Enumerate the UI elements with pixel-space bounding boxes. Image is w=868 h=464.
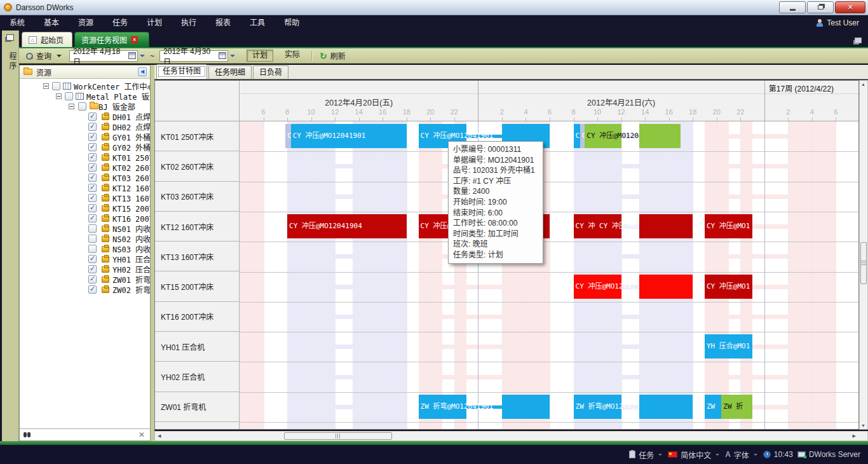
view-tab-日负荷[interactable]: 日负荷 [253, 65, 288, 79]
tree-expander-icon[interactable] [69, 104, 74, 109]
scroll-right-icon[interactable]: ▶ [853, 433, 856, 439]
tree-item[interactable]: GY02 外桶成型机 [20, 142, 150, 152]
task-bar[interactable]: C [574, 124, 580, 148]
dropdown-caret-icon[interactable] [715, 454, 719, 456]
view-tab-任务甘特图[interactable]: 任务甘特图 [156, 64, 207, 79]
task-bar[interactable] [639, 124, 681, 148]
task-bar[interactable]: ZW 折弯@MO12041901 [419, 395, 466, 419]
task-bar[interactable]: CY 冲压@MO1 [705, 214, 752, 238]
status-item-font[interactable]: A字体 [725, 449, 759, 460]
window-list-icon[interactable] [855, 38, 862, 43]
close-button[interactable]: ✕ [835, 1, 865, 13]
tab-home-page[interactable]: ⌂ 起始页 [22, 32, 72, 47]
menu-item-计划[interactable]: 计划 [137, 15, 172, 31]
gantt-horizontal-scrollbar[interactable]: ◀ ▶ [154, 431, 868, 441]
query-button[interactable]: 查询 [36, 50, 51, 61]
program-side-strip[interactable]: 程序 [0, 31, 19, 441]
tree-item[interactable]: NS01 内收口机 [20, 223, 150, 233]
tree-item[interactable]: DH01 点焊机 [20, 111, 150, 121]
tree-item[interactable]: KT16 200T冲床 [20, 213, 150, 223]
tree-item[interactable]: Metal Plate 钣金厂 [20, 91, 150, 101]
tree-checkbox[interactable] [78, 102, 86, 111]
menu-item-报表[interactable]: 报表 [206, 15, 240, 31]
tree-checkbox[interactable] [88, 285, 97, 294]
task-bar[interactable]: C [285, 124, 290, 148]
menu-item-帮助[interactable]: 帮助 [275, 15, 309, 31]
menu-item-资源[interactable]: 资源 [69, 15, 103, 31]
menu-item-执行[interactable]: 执行 [172, 15, 206, 31]
task-bar[interactable] [639, 214, 693, 238]
tree-item[interactable]: DH02 点焊机 [20, 121, 150, 132]
tree-checkbox[interactable] [88, 174, 97, 182]
minimize-button[interactable] [779, 1, 806, 13]
tree-item[interactable]: ZW01 折弯机 [20, 274, 150, 284]
tree-checkbox[interactable] [88, 204, 97, 212]
tree-item[interactable]: KT15 200T冲床 [20, 203, 150, 213]
tab-close-icon[interactable]: ✕ [131, 36, 138, 43]
menu-item-任务[interactable]: 任务 [103, 15, 137, 31]
task-bar[interactable]: ZW 折弯@MO12041901 [574, 395, 621, 419]
tree-item[interactable]: NS02 内收口机 [20, 233, 150, 243]
tree-search-bar[interactable]: ✕ [20, 428, 150, 440]
tree-checkbox[interactable] [88, 153, 97, 161]
calendar-icon[interactable] [219, 52, 226, 59]
tree-checkbox[interactable] [88, 235, 97, 243]
tree-item[interactable]: YH02 压合机 [20, 264, 150, 274]
logged-in-user[interactable]: Test User [816, 15, 859, 31]
tree-item[interactable]: KT02 260T冲床 [20, 162, 150, 172]
tree-item[interactable]: KT12 160T冲床 [20, 182, 150, 193]
tree-checkbox[interactable] [88, 184, 97, 192]
gantt-vertical-scrollbar[interactable]: ▲ ▼ [859, 80, 868, 430]
tree-checkbox[interactable] [88, 224, 97, 233]
collapse-panel-button[interactable]: ◀ [138, 67, 147, 76]
restore-button[interactable] [807, 1, 834, 13]
date-from-field[interactable]: 2012年 4月18日 [69, 50, 138, 62]
task-bar[interactable] [639, 275, 693, 299]
task-bar[interactable] [502, 395, 550, 419]
tree-item[interactable]: NS03 内收口机 [20, 243, 150, 254]
date-to-field[interactable]: 2012年 4月30日 [159, 50, 228, 62]
horizontal-scroll-thumb[interactable] [284, 432, 392, 440]
tree-checkbox[interactable] [88, 245, 97, 253]
task-bar[interactable]: CY 冲 CY 冲压@MO12041904 [574, 214, 621, 238]
vertical-scroll-thumb[interactable] [860, 242, 867, 284]
menu-item-基本[interactable]: 基本 [34, 15, 69, 31]
tree-checkbox[interactable] [88, 275, 97, 283]
date-to-dropdown-icon[interactable] [230, 55, 235, 57]
clear-search-icon[interactable]: ✕ [139, 430, 145, 439]
task-bar[interactable]: ZW 折 [721, 395, 752, 419]
tree-checkbox[interactable] [88, 123, 97, 131]
dropdown-caret-icon[interactable] [754, 454, 757, 456]
tree-item[interactable]: WorkCenter 工作中心 [20, 81, 150, 91]
task-bar[interactable]: CY 冲压@MO12041901 [291, 124, 407, 148]
tree-checkbox[interactable] [88, 143, 97, 151]
tree-checkbox[interactable] [88, 214, 97, 222]
tree-checkbox[interactable] [88, 265, 97, 273]
query-dropdown-icon[interactable] [57, 55, 62, 57]
scroll-up-icon[interactable]: ▲ [861, 82, 865, 86]
tree-checkbox[interactable] [88, 194, 97, 202]
tree-item[interactable]: KT03 260T冲床 [20, 172, 150, 182]
task-bar[interactable] [639, 395, 693, 419]
plan-toggle-button[interactable]: 计划 [247, 50, 273, 62]
tree-item[interactable]: BJ 钣金部 [20, 101, 150, 111]
calendar-icon[interactable] [128, 52, 136, 59]
scroll-left-icon[interactable]: ◀ [158, 433, 161, 439]
status-item-clipboard[interactable]: 任务 [629, 449, 663, 460]
tree-checkbox[interactable] [88, 113, 97, 121]
tree-checkbox[interactable] [65, 92, 73, 100]
status-item-clock[interactable]: 10:43 [763, 450, 793, 459]
actual-toggle-button[interactable]: 实际 [280, 50, 305, 62]
date-from-dropdown-icon[interactable] [140, 55, 145, 57]
status-item-flag[interactable]: 简体中文 [668, 449, 721, 460]
tree-checkbox[interactable] [52, 82, 60, 90]
menu-item-工具[interactable]: 工具 [240, 15, 275, 31]
tree-item[interactable]: KT01 250T冲床 [20, 152, 150, 162]
tree-expander-icon[interactable] [56, 93, 62, 99]
task-bar[interactable]: YH 压合@MO1 [705, 334, 752, 358]
tree-expander-icon[interactable] [43, 83, 49, 89]
refresh-icon[interactable]: ↻ [320, 51, 327, 61]
tree-item[interactable]: YH01 压合机 [20, 254, 150, 264]
task-bar[interactable]: C [580, 124, 585, 148]
tree-item[interactable]: GY01 外桶成型机 [20, 132, 150, 142]
